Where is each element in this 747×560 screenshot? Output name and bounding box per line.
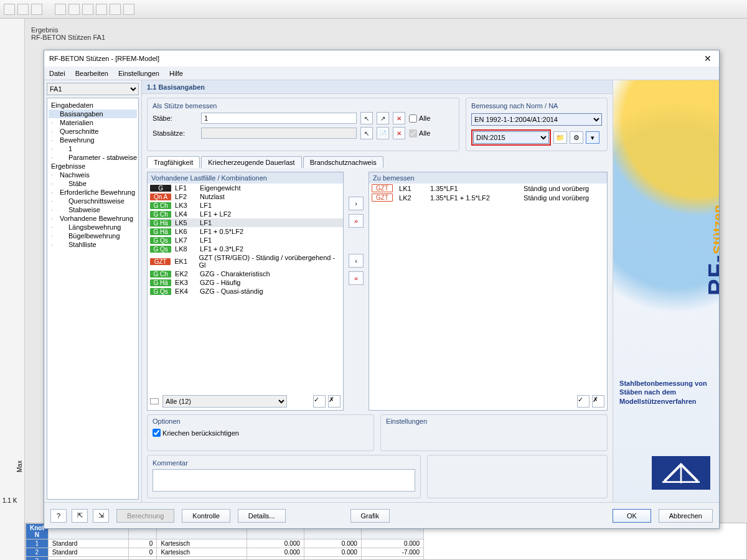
select-all-icon[interactable]: ✓	[577, 395, 590, 408]
product-description: Stahlbetonbemessung von Stäben nach dem …	[619, 379, 713, 406]
tree-node[interactable]: Nachweis	[49, 170, 137, 179]
tree-node[interactable]: Querschnittsweise	[49, 197, 137, 205]
help-icon[interactable]: ?	[50, 509, 67, 523]
loadcases-list[interactable]: Vorhandene Lastfälle / Kombinationen GLF…	[147, 172, 344, 411]
tree-node[interactable]: Bügelbewehrung	[49, 231, 137, 240]
list-item[interactable]: G ChLK3LF1	[148, 201, 343, 210]
toolbar-button[interactable]	[31, 4, 42, 15]
move-all-left-button[interactable]: «	[349, 271, 364, 285]
graphic-button[interactable]: Grafik	[350, 509, 390, 523]
toolbar-button[interactable]	[96, 4, 107, 15]
pick-set-icon[interactable]: ↗	[377, 112, 389, 124]
toolbar-button[interactable]	[68, 4, 80, 15]
check-button[interactable]: Kontrolle	[182, 509, 230, 523]
list-item[interactable]: G HäLK5LF1	[148, 218, 343, 227]
tree-node[interactable]: Querschnitte	[49, 127, 137, 136]
tree-node[interactable]: 1	[49, 144, 137, 153]
group-legend: Bemessung nach Norm / NA	[471, 102, 602, 110]
move-left-button[interactable]: ‹	[349, 254, 364, 268]
tree-node[interactable]: Eingabedaten	[49, 101, 137, 110]
stub-label: 1.1 K	[2, 497, 17, 504]
tab[interactable]: Kriecherzeugende Dauerlast	[201, 156, 301, 168]
move-all-right-button[interactable]: »	[349, 214, 364, 228]
toolbar-button[interactable]	[123, 4, 134, 15]
tab[interactable]: Tragfähigkeit	[147, 156, 200, 168]
tree-node[interactable]: Parameter - stabweise	[49, 153, 137, 162]
menu-item[interactable]: Einstellungen	[118, 70, 159, 77]
menu-item[interactable]: Bearbeiten	[75, 70, 108, 77]
staebe-input[interactable]	[201, 113, 357, 124]
tree-node[interactable]: Ergebnisse	[49, 162, 137, 170]
list-item[interactable]: G HäEK3GZG - Häufig	[148, 278, 343, 287]
ok-button[interactable]: OK	[613, 509, 651, 523]
tree-node[interactable]: Längsbewehrung	[49, 223, 137, 231]
menu-item[interactable]: Datei	[49, 70, 65, 77]
tree-node[interactable]: Bewehrung	[49, 136, 137, 144]
deselect-all-icon[interactable]: ✗	[592, 395, 604, 408]
toolbar-button[interactable]	[17, 4, 29, 15]
list-item[interactable]: G QsLK8LF1 + 0.3*LF2	[148, 245, 343, 253]
delete-icon[interactable]: ✕	[393, 112, 405, 124]
tree-node[interactable]: Vorhandene Bewehrung	[49, 214, 137, 223]
toolbar-button[interactable]	[82, 4, 93, 15]
list-item[interactable]: GZTLK21.35*LF1 + 1.5*LF2Ständig und vorü…	[369, 193, 607, 202]
list-item[interactable]: GZTEK1GZT (STR/GEO) - Ständig / vorüberg…	[148, 253, 343, 269]
list-item[interactable]: Qn ALF2Nutzlast	[148, 192, 343, 201]
stabsaetze-input[interactable]	[201, 128, 357, 139]
folder-icon[interactable]: 📁	[553, 131, 567, 144]
tree-node[interactable]: Stäbe	[49, 179, 137, 188]
select-all-icon[interactable]: ✓	[313, 395, 326, 408]
list-header: Zu bemessen	[369, 172, 607, 184]
list-item[interactable]: G ChLK4LF1 + LF2	[148, 210, 343, 218]
tree-node[interactable]: Stabweise	[49, 205, 137, 214]
list-item[interactable]: G HäLK6LF1 + 0.5*LF2	[148, 227, 343, 236]
delete-icon[interactable]: ✕	[393, 127, 405, 139]
list-item[interactable]: GZTLK11.35*LF1Ständig und vorüberg	[369, 184, 607, 193]
na-select[interactable]: DIN:2015	[473, 131, 549, 144]
tab[interactable]: Brandschutznachweis	[303, 156, 383, 168]
list-item[interactable]: GLF1Eigengewicht	[148, 184, 343, 192]
close-icon[interactable]: ✕	[704, 54, 714, 63]
deselect-all-icon[interactable]: ✗	[328, 395, 341, 408]
case-selector[interactable]: FA1	[47, 83, 139, 95]
cancel-button[interactable]: Abbrechen	[659, 509, 713, 523]
norm-select[interactable]: EN 1992-1-1:2004/A1:2014	[471, 113, 602, 126]
comment-textarea[interactable]	[153, 469, 415, 492]
calculate-button[interactable]: Berechnung	[116, 509, 174, 523]
pick-icon[interactable]: ↖	[360, 112, 373, 124]
tree-node[interactable]: Erforderliche Bewehrung	[49, 188, 137, 197]
list-item[interactable]: G QsEK4GZG - Quasi-ständig	[148, 287, 343, 296]
menubar: DateiBearbeitenEinstellungenHilfe	[44, 67, 719, 80]
list-item[interactable]: G QsLK7LF1	[148, 236, 343, 245]
import-icon[interactable]: ⇲	[93, 509, 109, 523]
navigator-column: FA1 EingabedatenBasisangabenMaterialienQ…	[44, 80, 142, 502]
menu-item[interactable]: Hilfe	[169, 70, 183, 77]
export-icon[interactable]: ⇱	[72, 509, 88, 523]
tree-node[interactable]: Basisangaben	[49, 110, 137, 118]
comment-group: Kommentar	[147, 455, 421, 498]
filter-icon[interactable]: ▾	[586, 131, 599, 144]
product-subtitle: Stützen	[710, 205, 719, 254]
tree-node[interactable]: Stahlliste	[49, 240, 137, 249]
filter-select[interactable]: Alle (12)	[162, 395, 287, 408]
navigator-tree[interactable]: EingabedatenBasisangabenMaterialienQuers…	[47, 98, 139, 500]
pick-icon[interactable]: ↖	[360, 127, 373, 139]
tree-node[interactable]: Materialien	[49, 118, 137, 127]
move-right-button[interactable]: ›	[349, 197, 364, 210]
group-legend: Als Stütze bemessen	[153, 102, 454, 110]
toolbar-button[interactable]	[4, 4, 15, 15]
filter-tag-icon	[150, 398, 159, 404]
details-button[interactable]: Details...	[238, 509, 286, 523]
toolbar-button[interactable]	[110, 4, 121, 15]
creep-checkbox[interactable]: Kriechen berücksichtigen	[153, 429, 239, 437]
na-highlight: DIN:2015	[471, 129, 551, 146]
settings-icon[interactable]: ⚙	[570, 131, 583, 144]
all-checkbox[interactable]: Alle	[409, 114, 454, 123]
list-item[interactable]: G ChEK2GZG - Charakteristisch	[148, 269, 343, 278]
toolbar-button[interactable]	[55, 4, 66, 15]
new-set-icon[interactable]: 📄	[377, 127, 389, 139]
tabstrip: TragfähigkeitKriecherzeugende DauerlastB…	[147, 156, 608, 168]
stub-label: Max	[16, 460, 23, 472]
design-list[interactable]: Zu bemessen GZTLK11.35*LF1Ständig und vo…	[369, 172, 608, 411]
all-checkbox[interactable]: Alle	[409, 129, 454, 138]
